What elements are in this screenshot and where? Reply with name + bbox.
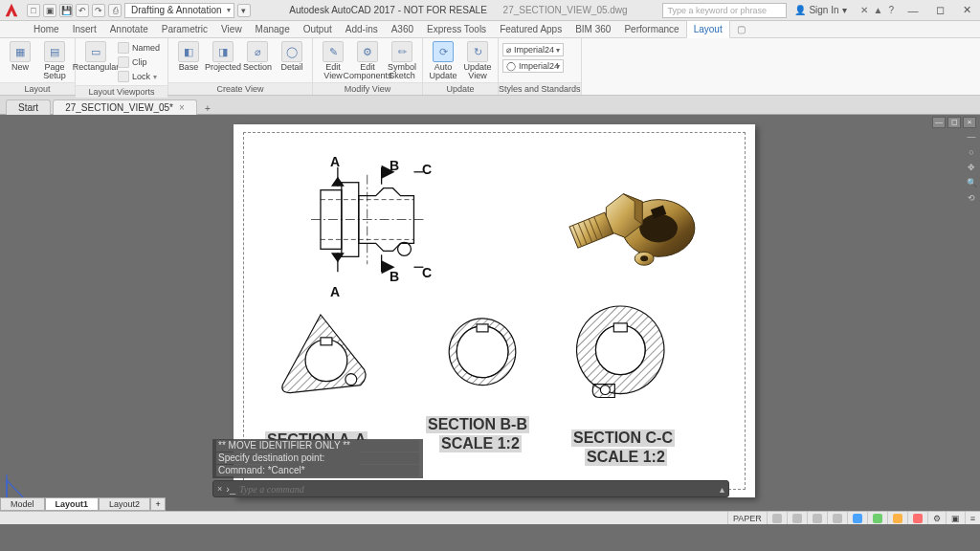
base-button[interactable]: ◧Base <box>172 40 205 72</box>
help-icons: ✕ ▲ ? <box>855 5 900 15</box>
detail-style-dropdown[interactable]: ◯Imperial24 <box>502 59 564 73</box>
auto-update-button[interactable]: ⟳Auto Update <box>427 40 459 80</box>
file-tab-start[interactable]: Start <box>6 99 51 115</box>
panel-layout: ▦New ▤Page Setup Layout <box>0 38 76 95</box>
workspace-dropdown[interactable]: Drafting & Annotation <box>124 3 234 18</box>
app-logo[interactable] <box>0 0 23 21</box>
qat-new-icon[interactable]: □ <box>27 4 40 17</box>
section-bb-title: SECTION B-B <box>426 416 529 433</box>
tab-annotate[interactable]: Annotate <box>103 21 155 37</box>
file-tab-doc[interactable]: 27_SECTION_VIEW_05*× <box>53 99 197 115</box>
status-ortho-icon[interactable] <box>807 512 827 524</box>
nav-wheel-icon[interactable]: ○ <box>967 147 976 157</box>
status-anno-icon[interactable] <box>887 512 907 524</box>
qat-print-icon[interactable]: ⎙ <box>108 4 122 17</box>
panel-modify-title: Modify View <box>313 82 422 95</box>
tab-output[interactable]: Output <box>297 21 339 37</box>
page-setup-button[interactable]: ▤Page Setup <box>38 40 71 80</box>
status-polar-icon[interactable] <box>827 512 847 524</box>
signin-button[interactable]: 👤 Sign In ▾ <box>787 5 854 15</box>
tab-manage[interactable]: Manage <box>249 21 297 37</box>
status-clean-icon[interactable]: ▣ <box>946 512 965 524</box>
qat-save-icon[interactable]: 💾 <box>59 4 73 17</box>
named-button[interactable]: Named <box>114 41 164 55</box>
label-a-bot: A <box>330 284 340 299</box>
svg-rect-33 <box>477 324 488 332</box>
status-space[interactable]: PAPER <box>727 512 767 524</box>
viewport-minimize-icon[interactable]: — <box>932 117 946 128</box>
command-menu-icon[interactable]: ▴ <box>720 484 724 495</box>
detail-button[interactable]: ◯Detail <box>276 40 308 72</box>
status-lwt-icon[interactable] <box>867 512 887 524</box>
tab-parametric[interactable]: Parametric <box>155 21 214 37</box>
tab-express[interactable]: Express Tools <box>420 21 493 37</box>
window-controls: — ◻ ✕ <box>900 0 980 21</box>
tab-model[interactable]: Model <box>0 497 45 511</box>
a360-icon[interactable]: ▲ <box>874 5 883 15</box>
file-tabs: Start 27_SECTION_VIEW_05*× + <box>0 96 980 115</box>
nav-home-icon[interactable]: — <box>967 132 976 142</box>
help-icon[interactable]: ? <box>888 5 894 15</box>
minimize-button[interactable]: — <box>900 0 926 21</box>
tab-featured[interactable]: Featured Apps <box>493 21 568 37</box>
command-line[interactable]: × ›_ ▴ <box>212 480 729 497</box>
tab-view[interactable]: View <box>214 21 249 37</box>
projected-button[interactable]: ◨Projected <box>207 40 239 72</box>
rectangular-button[interactable]: ▭Rectangular <box>79 40 112 72</box>
qat-more-icon[interactable]: ▾ <box>237 4 251 17</box>
section-button[interactable]: ⌀Section <box>241 40 274 72</box>
viewport-restore-icon[interactable]: ◻ <box>947 117 961 128</box>
viewport-close-icon[interactable]: × <box>963 117 976 128</box>
file-tab-close-icon[interactable]: × <box>179 102 185 113</box>
status-snap-icon[interactable] <box>787 512 807 524</box>
exchange-icon[interactable]: ✕ <box>860 5 868 15</box>
cmd-hist-3: Command: *Cancel* <box>216 465 419 476</box>
svg-rect-35 <box>613 323 627 332</box>
tab-focus-icon[interactable]: ▢ <box>730 21 744 37</box>
nav-pan-icon[interactable]: ✥ <box>967 163 976 172</box>
svg-rect-31 <box>321 338 332 345</box>
tab-add-layout[interactable]: + <box>150 497 166 511</box>
section-style-dropdown[interactable]: ⌀Imperial24 <box>502 43 564 56</box>
svg-rect-21 <box>569 212 613 248</box>
tab-home[interactable]: Home <box>27 21 66 37</box>
section-cc-title: SECTION C-C <box>571 430 675 447</box>
status-scale-icon[interactable] <box>907 512 927 524</box>
help-search-input[interactable]: Type a keyword or phrase <box>662 3 787 18</box>
panel-layout-title: Layout <box>0 82 75 95</box>
command-close-icon[interactable]: × <box>217 484 222 494</box>
nav-orbit-icon[interactable]: ⟲ <box>967 193 976 203</box>
tab-a360[interactable]: A360 <box>385 21 420 37</box>
tab-insert[interactable]: Insert <box>66 21 103 37</box>
status-osnap-icon[interactable] <box>847 512 867 524</box>
maximize-button[interactable]: ◻ <box>926 0 953 21</box>
tab-layout1[interactable]: Layout1 <box>45 497 100 511</box>
tab-performance[interactable]: Performance <box>617 21 685 37</box>
projected-icon: ◨ <box>212 41 234 62</box>
status-grid-icon[interactable] <box>767 512 787 524</box>
symbol-sketch-button[interactable]: ✏Symbol Sketch <box>386 40 418 80</box>
qat-open-icon[interactable]: ▣ <box>43 4 56 17</box>
status-menu-icon[interactable]: ≡ <box>965 512 980 524</box>
base-view <box>311 165 423 274</box>
cmd-hist-2: Specify destination point: <box>216 452 419 464</box>
named-icon <box>118 42 129 54</box>
tab-bim360[interactable]: BIM 360 <box>568 21 617 37</box>
quick-access-toolbar: □ ▣ 💾 ↶ ↷ ⎙ Drafting & Annotation ▾ <box>23 3 255 18</box>
close-button[interactable]: ✕ <box>953 0 980 21</box>
nav-zoom-icon[interactable]: 🔍 <box>967 178 976 187</box>
clip-button[interactable]: Clip <box>114 55 164 69</box>
tab-layout[interactable]: Layout <box>686 20 730 38</box>
qat-undo-icon[interactable]: ↶ <box>76 4 89 17</box>
tab-addins[interactable]: Add-ins <box>339 21 385 37</box>
tab-layout2[interactable]: Layout2 <box>99 497 150 511</box>
qat-redo-icon[interactable]: ↷ <box>92 4 105 17</box>
lock-button[interactable]: Lock▾ <box>114 70 164 83</box>
update-view-button[interactable]: ↻Update View <box>461 40 494 80</box>
new-layout-button[interactable]: ▦New <box>4 40 36 72</box>
command-input[interactable] <box>239 484 720 495</box>
drawing-area[interactable]: — ◻ × — ○ ✥ 🔍 ⟲ <box>0 115 980 524</box>
file-tab-add-button[interactable]: + <box>199 103 216 114</box>
edit-components-button[interactable]: ⚙Edit Components <box>351 40 384 80</box>
status-workspace-icon[interactable]: ⚙ <box>927 512 946 524</box>
